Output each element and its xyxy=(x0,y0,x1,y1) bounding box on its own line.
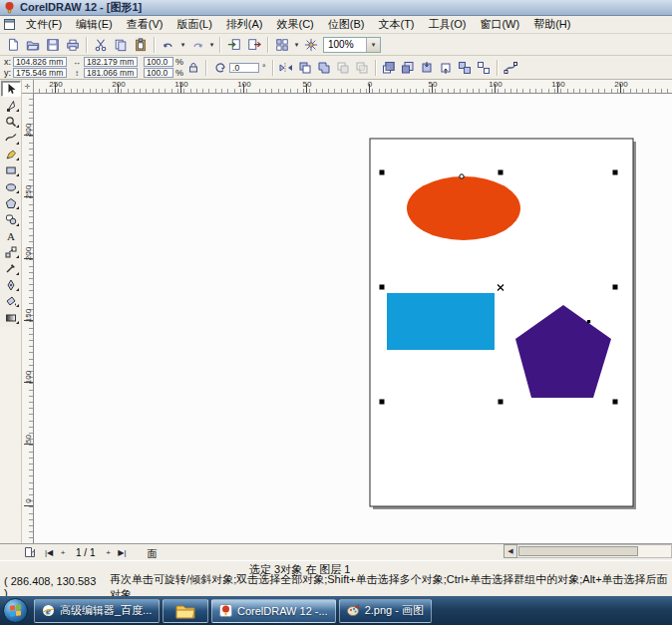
handle-bottom-right[interactable] xyxy=(613,400,618,405)
to-back-icon[interactable] xyxy=(399,58,418,77)
drawing-canvas[interactable] xyxy=(34,94,672,543)
scrollbar-thumb[interactable] xyxy=(518,546,638,556)
redo-icon[interactable] xyxy=(187,36,207,54)
handle-mid-left[interactable] xyxy=(380,285,385,290)
h-ruler-label: 100 xyxy=(234,80,254,89)
vertical-ruler[interactable]: 300 250 200 150 100 50 0 xyxy=(22,94,34,543)
smart-drawing-tool[interactable] xyxy=(1,147,21,162)
document-window-icon[interactable] xyxy=(3,18,16,31)
scroll-left-icon[interactable]: ◀ xyxy=(504,544,517,558)
menu-window[interactable]: 窗口(W) xyxy=(473,15,526,34)
menu-layout[interactable]: 版面(L) xyxy=(169,15,218,34)
cut-icon[interactable] xyxy=(91,36,111,54)
back-one-icon[interactable] xyxy=(437,58,456,77)
weld-icon[interactable] xyxy=(315,58,334,77)
object-width-field[interactable]: 182.179 mm xyxy=(84,57,138,67)
handle-top-center[interactable] xyxy=(499,170,504,175)
v-ruler-label: 300 xyxy=(24,121,33,141)
taskbar-paint-button[interactable]: 2.png - 画图 xyxy=(339,599,432,623)
export-icon[interactable] xyxy=(244,36,264,54)
add-page-after-icon[interactable]: + xyxy=(101,545,115,559)
horizontal-ruler[interactable]: 250 200 150 100 50 0 50 100 150 200 xyxy=(34,80,672,94)
rectangle-tool[interactable] xyxy=(1,162,21,178)
paste-icon[interactable] xyxy=(131,36,151,54)
menu-arrange[interactable]: 排列(A) xyxy=(219,15,270,34)
menu-bitmaps[interactable]: 位图(B) xyxy=(321,15,372,34)
menu-edit[interactable]: 编辑(E) xyxy=(69,15,120,34)
undo-dropdown-icon[interactable]: ▾ xyxy=(178,36,187,54)
handle-bottom-center[interactable] xyxy=(499,400,504,405)
menu-help[interactable]: 帮助(H) xyxy=(526,15,577,34)
polygon-tool[interactable] xyxy=(1,195,21,211)
undo-icon[interactable] xyxy=(159,36,178,54)
menu-effects[interactable]: 效果(C) xyxy=(270,15,321,34)
interactive-blend-tool[interactable] xyxy=(1,244,21,260)
save-icon[interactable] xyxy=(43,36,63,54)
scale-h-field[interactable]: 100.0 xyxy=(144,57,173,67)
intersect-icon[interactable] xyxy=(353,58,372,77)
scrollbar-track[interactable] xyxy=(517,544,672,558)
taskbar-explorer-button[interactable] xyxy=(163,599,208,623)
standard-toolbar: ▾ ▾ ▾ 100% ▾ xyxy=(0,34,672,56)
last-page-icon[interactable]: ▶| xyxy=(115,545,129,559)
object-height-field[interactable]: 181.066 mm xyxy=(84,68,138,78)
shape-tool[interactable] xyxy=(1,97,21,113)
launcher-dropdown-icon[interactable]: ▾ xyxy=(292,36,301,54)
start-button[interactable] xyxy=(3,598,28,623)
rectangle-shape[interactable] xyxy=(387,293,495,350)
page-curl-icon[interactable] xyxy=(24,546,36,558)
page-tab-label[interactable]: 页面 1 xyxy=(136,545,168,560)
ungroup-icon[interactable] xyxy=(475,58,494,77)
menu-text[interactable]: 文本(T) xyxy=(371,15,421,34)
redo-dropdown-icon[interactable]: ▾ xyxy=(207,36,216,54)
zoom-tool[interactable] xyxy=(1,114,21,130)
eyedropper-tool[interactable] xyxy=(1,260,21,276)
menu-view[interactable]: 查看(V) xyxy=(120,15,170,34)
convert-to-curves-icon[interactable] xyxy=(502,58,520,77)
application-launcher-icon[interactable] xyxy=(272,36,292,54)
x-position-field[interactable]: 104.826 mm xyxy=(13,57,67,67)
handle-mid-right[interactable] xyxy=(613,285,618,290)
combo-dropdown-icon[interactable]: ▾ xyxy=(366,38,380,52)
handle-bottom-left[interactable] xyxy=(380,400,385,405)
copy-icon[interactable] xyxy=(111,36,131,54)
ruler-origin-icon[interactable]: ✛ xyxy=(22,80,34,94)
mirror-icon[interactable] xyxy=(277,58,296,77)
taskbar-coreldraw-button[interactable]: CorelDRAW 12 -... xyxy=(211,599,336,623)
add-page-before-icon[interactable]: + xyxy=(56,545,70,559)
horizontal-scrollbar[interactable]: ◀ xyxy=(504,544,672,558)
zoom-levels-combo[interactable]: 100% ▾ xyxy=(323,37,381,53)
ellipse-tool[interactable] xyxy=(1,178,21,194)
pick-tool[interactable] xyxy=(1,81,21,97)
forward-one-icon[interactable] xyxy=(418,58,437,77)
open-icon[interactable] xyxy=(23,36,43,54)
import-icon[interactable] xyxy=(224,36,244,54)
outline-tool[interactable] xyxy=(1,277,21,293)
group-icon[interactable] xyxy=(456,58,475,77)
freehand-tool[interactable] xyxy=(1,130,21,146)
scale-v-field[interactable]: 100.0 xyxy=(144,68,173,78)
trim-icon[interactable] xyxy=(334,58,353,77)
nonproportional-lock-icon[interactable] xyxy=(183,58,202,77)
basic-shapes-tool[interactable] xyxy=(1,211,21,227)
interactive-fill-tool[interactable] xyxy=(1,309,21,325)
first-page-icon[interactable]: |◀ xyxy=(42,545,56,559)
to-front-icon[interactable] xyxy=(380,58,399,77)
v-ruler-label: 0 xyxy=(24,491,33,511)
print-icon[interactable] xyxy=(63,36,83,54)
menu-tools[interactable]: 工具(O) xyxy=(422,15,474,34)
pentagon-node[interactable] xyxy=(587,320,590,323)
y-position-field[interactable]: 175.546 mm xyxy=(13,68,67,78)
handle-top-right[interactable] xyxy=(613,170,618,175)
menu-file[interactable]: 文件(F) xyxy=(19,15,69,34)
rotation-angle-field[interactable]: .0 xyxy=(229,63,259,73)
new-icon[interactable] xyxy=(3,36,23,54)
handle-top-left[interactable] xyxy=(380,170,385,175)
ellipse-node[interactable] xyxy=(460,174,464,178)
ellipse-shape[interactable] xyxy=(407,176,520,240)
corel-community-icon[interactable] xyxy=(301,36,321,54)
combine-icon[interactable] xyxy=(296,58,315,77)
text-tool[interactable]: A xyxy=(1,228,21,244)
fill-tool[interactable] xyxy=(1,293,21,309)
taskbar-ie-button[interactable]: e 高级编辑器_百度... xyxy=(34,599,160,623)
